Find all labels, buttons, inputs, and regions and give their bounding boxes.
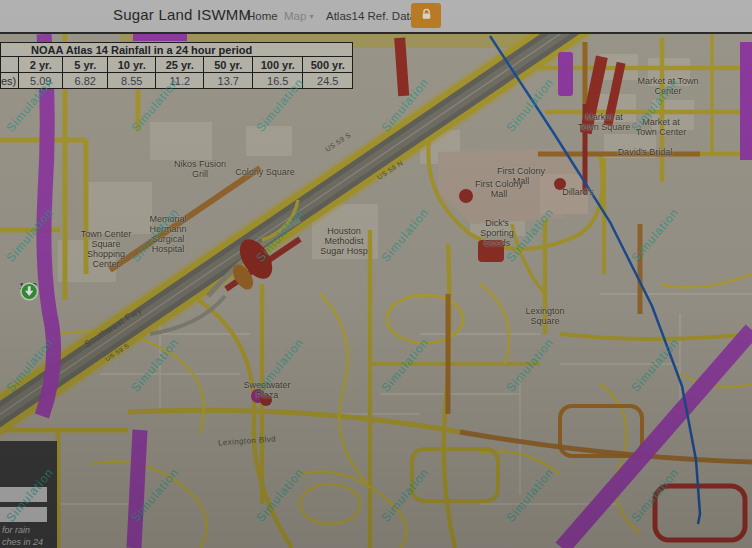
nav-item-atlas14-ref-data[interactable]: Atlas14 Ref. Data xyxy=(326,10,416,22)
row-label-fragment: es) xyxy=(1,73,19,89)
lock-icon xyxy=(420,8,433,24)
column-header: 100 yr. xyxy=(253,57,303,73)
column-header: 25 yr. xyxy=(156,57,204,73)
column-header: 5 yr. xyxy=(63,57,108,73)
legend-swatch xyxy=(0,507,47,522)
column-header: 50 yr. xyxy=(204,57,253,73)
nav-item-map[interactable]: Map▾ xyxy=(284,10,313,22)
column-header: 10 yr. xyxy=(108,57,156,73)
value-cell: 5.09 xyxy=(19,73,63,89)
value-cell: 16.5 xyxy=(253,73,303,89)
rainfall-marker[interactable]: 1.12 xyxy=(19,282,37,291)
value-cell: 24.5 xyxy=(303,73,353,89)
map-viewport[interactable]: Market at Town Center Market at Town Squ… xyxy=(0,34,752,548)
legend-swatch xyxy=(0,487,47,502)
legend-caption-line: ches in 24 xyxy=(2,537,43,547)
table-caption-row: NOAA Atlas 14 Rainfall in a 24 hour peri… xyxy=(1,43,353,57)
value-cell: 6.82 xyxy=(63,73,108,89)
row-label-header xyxy=(1,57,19,73)
chevron-down-icon: ▾ xyxy=(309,12,313,21)
nav-item-home[interactable]: Home xyxy=(247,10,278,22)
table-title: NOAA Atlas 14 Rainfall in a 24 hour peri… xyxy=(1,43,353,57)
column-header: 500 yr. xyxy=(303,57,353,73)
legend-panel: for rain ches in 24 xyxy=(0,441,57,548)
table-header-row: 2 yr. 5 yr. 10 yr. 25 yr. 50 yr. 100 yr.… xyxy=(1,57,353,73)
value-cell: 8.55 xyxy=(108,73,156,89)
app-title: Sugar Land ISWMM xyxy=(113,6,251,23)
legend-caption-line: for rain xyxy=(2,525,30,535)
rainfall-table: NOAA Atlas 14 Rainfall in a 24 hour peri… xyxy=(0,42,353,89)
value-cell: 13.7 xyxy=(204,73,253,89)
basemap-flood-overlay xyxy=(0,34,752,548)
column-header: 2 yr. xyxy=(19,57,63,73)
value-cell: 11.2 xyxy=(156,73,204,89)
table-value-row: es) 5.09 6.82 8.55 11.2 13.7 16.5 24.5 xyxy=(1,73,353,89)
sign-in-button[interactable] xyxy=(411,3,441,28)
top-bar: Sugar Land ISWMM Home Map▾ Atlas14 Ref. … xyxy=(0,0,752,34)
